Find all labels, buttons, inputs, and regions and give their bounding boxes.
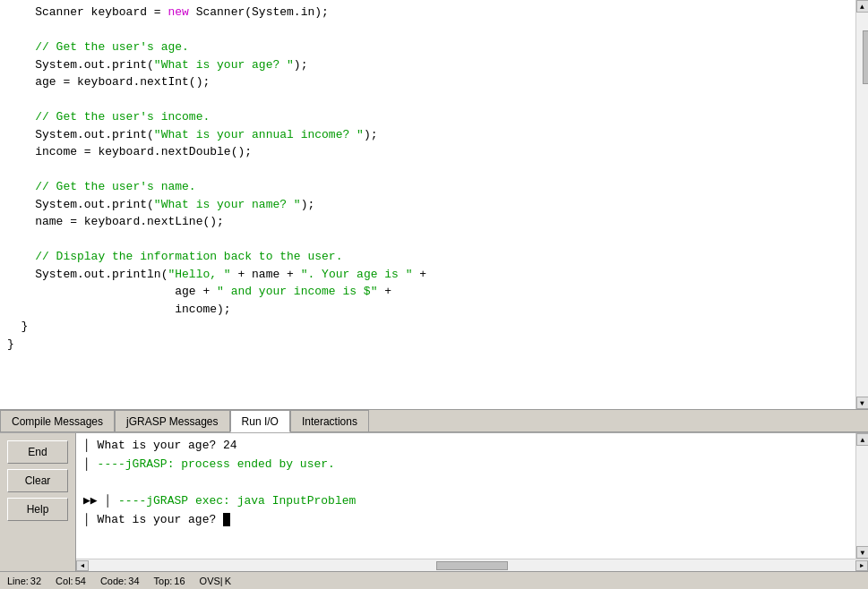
panel-vertical-scrollbar[interactable]: ▲ ▼ xyxy=(855,433,868,559)
clear-button[interactable]: Clear xyxy=(7,469,68,492)
status-ovsr: OVS| K xyxy=(200,576,231,586)
status-line: Line: 32 xyxy=(7,576,41,586)
tab-interactions[interactable]: Interactions xyxy=(290,410,369,431)
line-value: 32 xyxy=(30,576,41,586)
output-line: │ What is your age? 24 xyxy=(83,437,848,456)
panel-scroll-down[interactable]: ▼ xyxy=(856,546,868,559)
vertical-scrollbar[interactable]: ▲ ▼ xyxy=(855,0,868,409)
panel-scroll-up[interactable]: ▲ xyxy=(856,433,868,446)
scroll-down-arrow[interactable]: ▼ xyxy=(856,397,869,409)
code-content[interactable]: Scanner keyboard = new Scanner(System.in… xyxy=(0,0,855,409)
bottom-panel: EndClearHelp │ What is your age? 24│ ---… xyxy=(0,432,868,571)
h-scroll-track xyxy=(89,560,855,571)
tab-compile-messages[interactable]: Compile Messages xyxy=(0,410,115,431)
panel-horizontal-scrollbar[interactable]: ◄ ► xyxy=(76,559,868,571)
scroll-up-arrow[interactable]: ▲ xyxy=(856,0,869,13)
status-bar: Line: 32 Col: 54 Code: 34 Top: 16 OVS| K xyxy=(0,571,868,589)
tab-bar: Compile MessagesjGRASP MessagesRun I/OIn… xyxy=(0,409,868,432)
help-button[interactable]: Help xyxy=(7,498,68,521)
code-editor: Scanner keyboard = new Scanner(System.in… xyxy=(0,0,868,409)
panel-buttons: EndClearHelp xyxy=(0,433,76,571)
output-line: │ What is your age? xyxy=(83,511,848,530)
status-top: Top: 16 xyxy=(154,576,185,586)
code-label: Code: xyxy=(100,576,126,586)
status-code: Code: 34 xyxy=(100,576,140,586)
col-label: Col: xyxy=(56,576,73,586)
status-col: Col: 54 xyxy=(56,576,86,586)
h-scroll-thumb[interactable] xyxy=(436,561,508,570)
tab-run-i/o[interactable]: Run I/O xyxy=(230,410,290,432)
panel-text[interactable]: │ What is your age? 24│ ----jGRASP: proc… xyxy=(76,433,855,559)
code-value: 34 xyxy=(128,576,139,586)
ovsr-text: OVS| xyxy=(200,576,223,586)
h-scroll-left[interactable]: ◄ xyxy=(76,560,89,571)
col-value: 54 xyxy=(75,576,86,586)
top-label: Top: xyxy=(154,576,173,586)
h-scroll-right[interactable]: ► xyxy=(855,560,868,571)
line-label: Line: xyxy=(7,576,29,586)
top-value: 16 xyxy=(174,576,185,586)
tab-jgrasp-messages[interactable]: jGRASP Messages xyxy=(115,410,230,431)
output-line: │ ----jGRASP: process ended by user. xyxy=(83,456,848,474)
panel-output: │ What is your age? 24│ ----jGRASP: proc… xyxy=(76,433,868,571)
end-button[interactable]: End xyxy=(7,440,68,464)
k-text: K xyxy=(225,576,231,586)
output-line xyxy=(83,474,848,493)
scroll-thumb[interactable] xyxy=(863,30,869,84)
output-line: ▶▶ │ ----jGRASP exec: java InputProblem xyxy=(83,492,848,511)
